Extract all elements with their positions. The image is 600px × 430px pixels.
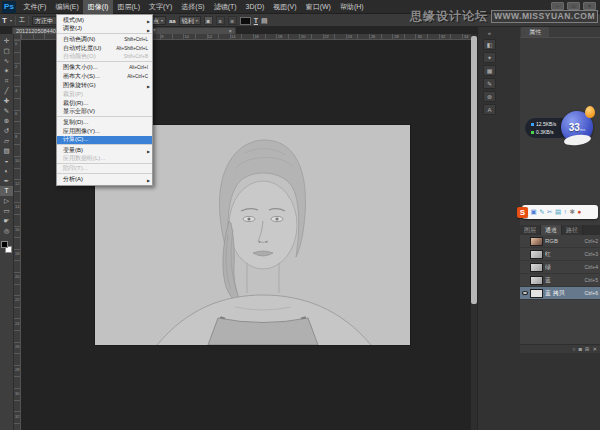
shape-tool[interactable]: ▭ [0,206,13,216]
menu-3d[interactable]: 3D(D) [241,0,269,14]
crop-tool[interactable]: ⌗ [0,76,13,86]
channel-red[interactable]: 红 Ctrl+3 [520,248,600,261]
anti-alias-select[interactable]: 锐利 ▾ [179,16,201,25]
vertical-scrollbar[interactable] [471,34,477,430]
pen-tool[interactable]: ✒ [0,176,13,186]
blur-tool[interactable]: ◒ [0,156,13,166]
clone-source-panel-icon[interactable]: ⊛ [483,91,496,102]
ruler-number: 0 [15,42,17,46]
channel-blue[interactable]: 蓝 Ctrl+5 [520,274,600,287]
menu-item-apply-data-set[interactable]: 应用数据组(L)... ▶ [57,155,152,164]
swatches-panel-icon[interactable]: ▦ [483,65,496,76]
network-speed-widget[interactable]: 12.5KB/s 0.3KB/s 33 ms [525,110,595,144]
menu-layer[interactable]: 图层(L) [113,0,145,14]
path-selection-tool[interactable]: ▷ [0,196,13,206]
capture-image-icon[interactable]: ▤ [555,205,561,219]
new-channel-icon[interactable]: ⊞ [585,345,590,354]
spot-healing-tool[interactable]: ✚ [0,96,13,106]
capture-window-icon[interactable]: ▣ [531,205,537,219]
foreground-background-swatches[interactable] [0,239,13,257]
text-color-swatch[interactable] [240,17,251,25]
foreground-color-swatch[interactable] [1,241,8,248]
save-selection-as-channel-icon[interactable]: ◙ [578,345,581,354]
lasso-tool[interactable]: ∿ [0,56,13,66]
type-tool[interactable]: T [0,186,13,196]
eraser-tool[interactable]: ▱ [0,136,13,146]
character-panel-icon[interactable]: A [483,104,496,115]
menu-item-image-rotation[interactable]: 图像旋转(G) ▶ [57,81,152,90]
menu-item-crop[interactable]: 裁剪(P) ▶ [57,90,152,99]
channel-green[interactable]: 绿 Ctrl+4 [520,261,600,274]
ruler-number: 26 [15,345,19,349]
capture-app-logo-icon[interactable]: S [517,207,528,218]
tab-layers[interactable]: 图层 [520,225,541,235]
capture-pin-icon[interactable]: ● [577,205,581,219]
menu-item-calculations[interactable]: 计算(C)... ▶ [57,136,152,145]
capture-pen-icon[interactable]: ✎ [539,205,544,219]
brush-panel-icon[interactable]: ✎ [483,78,496,89]
menu-select[interactable]: 选择(S) [177,0,209,14]
menu-item-reveal-all[interactable]: 显示全部(V) ▶ [57,108,152,117]
capture-settings-icon[interactable]: ✱ [569,205,574,219]
load-channel-selection-icon[interactable]: ○ [572,345,575,354]
styles-panel-icon[interactable]: ✦ [483,52,496,63]
menu-item-canvas-size[interactable]: 画布大小(S)... Alt+Ctrl+C ▶ [57,72,152,81]
eyedropper-tool[interactable]: ╱ [0,86,13,96]
history-brush-tool[interactable]: ↺ [0,126,13,136]
channel-blue-copy[interactable]: 蓝 拷贝 Ctrl+6 [520,287,600,300]
tool-preset-caret-icon[interactable]: ▾ [10,18,12,23]
adjustments-panel-icon[interactable]: ◧ [483,39,496,50]
menu-item-adjustments[interactable]: 调整(J) ▶ [57,25,152,34]
tab-channels[interactable]: 通道 [541,225,562,235]
capture-upload-icon[interactable]: ↑ [564,205,567,219]
align-left-button[interactable]: ≡ [204,16,213,25]
align-right-button[interactable]: ≡ [228,16,237,25]
clone-stamp-tool[interactable]: ⊛ [0,116,13,126]
ruler-number: 26 [371,35,375,39]
tab-close-icon[interactable]: × [228,28,232,35]
screen-capture-toolbar[interactable]: S ▣✎✂▤↑✱● [522,205,598,219]
quick-selection-tool[interactable]: ✶ [0,66,13,76]
warp-text-icon[interactable]: T [254,17,258,24]
move-tool[interactable]: ✛ [0,36,13,46]
ruler-number: 28 [394,35,398,39]
collapse-dock-icon[interactable]: « [481,29,498,37]
tab-properties[interactable]: 属性 [521,27,549,37]
marquee-tool[interactable]: ▢ [0,46,13,56]
zoom-tool[interactable]: ◎ [0,226,13,236]
dodge-tool[interactable]: ◐ [0,166,13,176]
tab-paths[interactable]: 路径 [562,225,583,235]
menu-item-analysis[interactable]: 分析(A) ▶ [57,175,152,184]
ruler-number: 22 [324,35,328,39]
menu-item-trap[interactable]: 陷印(T)... ▶ [57,165,152,174]
menu-item-auto-color[interactable]: 自动颜色(O) Shift+Ctrl+B ▶ [57,53,152,62]
menu-item-duplicate[interactable]: 复制(D)... ▶ [57,118,152,127]
menu-filter[interactable]: 滤镜(T) [209,0,241,14]
text-orientation-icon[interactable]: 工 [19,16,25,25]
menu-image[interactable]: 图像(I) [83,0,113,14]
ruler-number: 10 [185,35,189,39]
scrollbar-thumb[interactable] [471,36,477,304]
visibility-eye-icon[interactable] [522,291,528,295]
menu-edit[interactable]: 编辑(E) [51,0,83,14]
menu-item-auto-tone[interactable]: 自动色调(N) Shift+Ctrl+L ▶ [57,35,152,44]
ping-ball[interactable]: 33 ms [561,111,593,143]
brush-tool[interactable]: ✎ [0,106,13,116]
hand-tool[interactable]: ☛ [0,216,13,226]
capture-scissors-icon[interactable]: ✂ [547,205,552,219]
gradient-tool[interactable]: ▧ [0,146,13,156]
ruler-number: 20 [301,35,305,39]
menu-item-image-size[interactable]: 图像大小(I)... Alt+Ctrl+I ▶ [57,63,152,72]
menu-type[interactable]: 文字(Y) [144,0,176,14]
channel-rgb[interactable]: RGB Ctrl+2 [520,235,600,248]
align-center-button[interactable]: ≡ [216,16,225,25]
menu-help[interactable]: 帮助(H) [335,0,368,14]
menu-view[interactable]: 视图(V) [269,0,301,14]
type-tool-icon[interactable]: T [2,16,7,25]
delete-channel-icon[interactable]: ✕ [592,345,597,354]
toggle-panels-icon[interactable]: ▤ [261,17,268,25]
menu-window[interactable]: 窗口(W) [301,0,335,14]
menu-file[interactable]: 文件(F) [19,0,51,14]
upload-speed: 12.5KB/s [536,120,556,128]
channel-shortcut: Ctrl+4 [585,264,598,270]
